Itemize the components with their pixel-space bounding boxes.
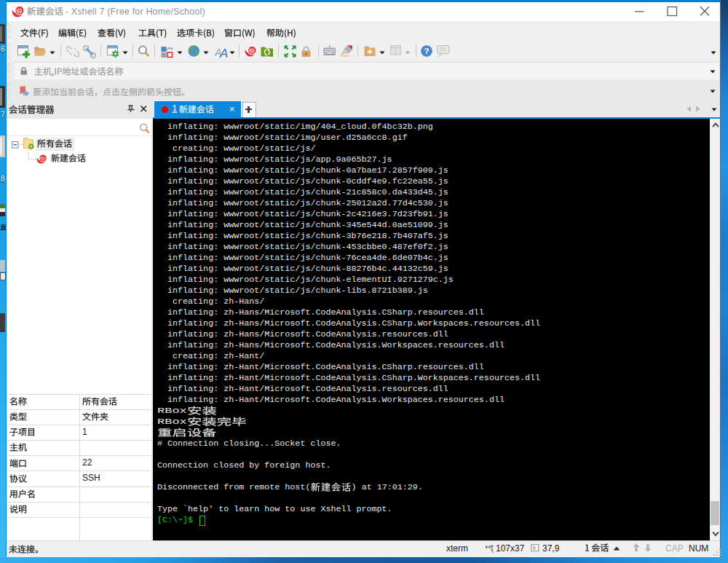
svg-text:A: A	[219, 47, 228, 59]
svg-text:?: ?	[424, 47, 429, 55]
